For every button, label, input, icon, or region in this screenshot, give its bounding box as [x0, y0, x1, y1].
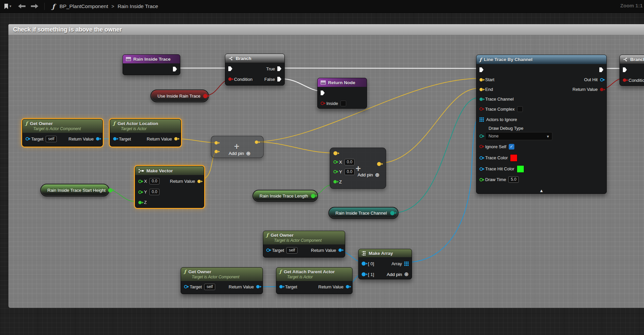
- zoom-indicator: Zoom 1:1: [620, 3, 643, 8]
- y-value-box[interactable]: 0.0: [344, 169, 355, 175]
- node-branch-main[interactable]: Branch True Condition False: [225, 54, 285, 86]
- condition-pin[interactable]: [623, 78, 626, 82]
- target-pin[interactable]: [26, 137, 29, 141]
- target-pin[interactable]: [266, 248, 270, 252]
- variable-start-height[interactable]: Rain Inside Trace Start Height: [40, 184, 109, 197]
- trace-color-pin[interactable]: [479, 156, 483, 160]
- return-value-pin[interactable]: [174, 137, 178, 141]
- add-pin-button[interactable]: Add pin ⊕: [387, 272, 409, 277]
- draw-time-pin[interactable]: [479, 178, 483, 181]
- element0-pin[interactable]: [362, 262, 366, 266]
- return-value-pin[interactable]: [600, 88, 603, 91]
- node-rain-inside-trace[interactable]: Rain Inside Trace: [123, 54, 180, 75]
- collapsed-graph-icon: [321, 80, 326, 85]
- self-value-box[interactable]: self: [46, 136, 57, 142]
- target-pin[interactable]: [184, 285, 187, 288]
- node-branch-right[interactable]: Branch Condition: [619, 55, 644, 86]
- return-value-pin[interactable]: [96, 137, 99, 141]
- draw-time-value-box[interactable]: 5.0: [508, 176, 519, 183]
- return-value-pin[interactable]: [338, 248, 342, 252]
- condition-pin[interactable]: [228, 77, 232, 81]
- output-pin[interactable]: [255, 141, 258, 144]
- back-button[interactable]: [15, 0, 28, 12]
- trace-hit-color-pin[interactable]: [479, 167, 483, 171]
- exec-in-pin[interactable]: [623, 67, 627, 72]
- ignore-self-checkbox[interactable]: ✓: [509, 144, 514, 150]
- start-pin[interactable]: [479, 78, 483, 81]
- collapse-node-button[interactable]: ▴: [540, 188, 543, 193]
- float-out-pin[interactable]: [311, 194, 315, 198]
- pin-label-ignore-self: Ignore Self: [485, 144, 506, 149]
- add-pin-button[interactable]: Add pin ⊕: [229, 151, 250, 156]
- draw-debug-type-dropdown[interactable]: None ▾: [485, 132, 552, 140]
- exec-out-pin[interactable]: [599, 67, 603, 72]
- self-value-box[interactable]: self: [204, 284, 215, 290]
- node-add-vector[interactable]: + Add pin ⊕: [211, 136, 264, 158]
- wire-exec-branch-true-to-linetrace[interactable]: [281, 68, 478, 68]
- forward-button[interactable]: [28, 0, 41, 12]
- z-pin[interactable]: [333, 180, 337, 183]
- return-value-pin[interactable]: [346, 285, 349, 288]
- return-value-pin[interactable]: [197, 180, 201, 183]
- node-make-array[interactable]: Make Array [ 0] Array [ 1] Add pin ⊕: [358, 249, 412, 279]
- pin-label-return-value: Return Value: [68, 136, 94, 142]
- x-pin[interactable]: [333, 160, 337, 164]
- self-value-box[interactable]: self: [286, 247, 297, 254]
- variable-use-inside-rain-trace[interactable]: Use Inside Rain Trace: [150, 90, 209, 102]
- node-return[interactable]: Return Node Inside: [317, 78, 367, 109]
- enum-out-pin[interactable]: [390, 211, 395, 215]
- return-value-pin[interactable]: [256, 285, 260, 288]
- node-line-trace-by-channel[interactable]: ƒ Line Trace By Channel Start Out Hit En…: [476, 55, 607, 194]
- node-add-vector2[interactable]: X 0.0 Y 0.0 Z + Add pin ⊕: [330, 148, 386, 189]
- trace-hit-color-swatch[interactable]: [517, 165, 524, 173]
- exec-false-pin[interactable]: [277, 77, 281, 81]
- element1-pin[interactable]: [362, 272, 366, 276]
- node-make-vector[interactable]: Make Vector X 0.0 Return Value Y 0.0 Z: [135, 166, 204, 208]
- exec-out-pin[interactable]: [173, 67, 177, 71]
- y-pin[interactable]: [138, 190, 142, 194]
- inside-checkbox[interactable]: [340, 101, 346, 106]
- node-get-actor-location[interactable]: ƒ Get Actor Location Target is Actor Tar…: [110, 119, 181, 147]
- node-get-attach-parent-actor[interactable]: ƒ Get Attach Parent Actor Target is Acto…: [276, 267, 353, 294]
- exec-in-pin[interactable]: [321, 91, 325, 95]
- actors-to-ignore-pin[interactable]: [479, 117, 484, 122]
- breadcrumb-root[interactable]: BP_PlantComponent: [59, 3, 108, 9]
- trace-complex-pin[interactable]: [479, 107, 483, 111]
- target-pin[interactable]: [279, 285, 283, 288]
- node-get-owner-3[interactable]: ƒ Get Owner Target is Actor Component Ta…: [181, 267, 263, 294]
- target-pin[interactable]: [113, 137, 117, 141]
- trace-channel-pin[interactable]: [479, 98, 483, 101]
- trace-color-swatch[interactable]: [510, 154, 517, 162]
- bool-out-pin[interactable]: [203, 94, 208, 98]
- array-out-pin[interactable]: [404, 262, 409, 266]
- out-hit-pin[interactable]: [600, 78, 603, 81]
- input-b-pin[interactable]: [215, 150, 218, 153]
- add-pin-button[interactable]: Add pin ⊕: [358, 172, 379, 177]
- exec-true-pin[interactable]: [277, 66, 281, 71]
- variable-trace-channel[interactable]: Rain Inside Trace Channel: [328, 207, 399, 219]
- x-value-box[interactable]: 0.0: [149, 178, 160, 184]
- x-pin[interactable]: [138, 180, 142, 183]
- node-get-owner-2[interactable]: ƒ Get Owner Target is Actor Component Ta…: [263, 231, 345, 258]
- x-value-box[interactable]: 0.0: [344, 159, 355, 165]
- bookmark-button[interactable]: ▾: [0, 0, 15, 12]
- exec-in-pin[interactable]: [479, 67, 484, 72]
- arrow-right-icon: [31, 4, 38, 9]
- input-a-pin[interactable]: [215, 141, 218, 145]
- inside-pin[interactable]: [321, 102, 324, 105]
- end-pin[interactable]: [479, 88, 483, 91]
- make-struct-icon: [138, 169, 144, 173]
- ignore-self-pin[interactable]: [479, 145, 483, 148]
- input-vector-pin[interactable]: [333, 151, 337, 155]
- y-pin[interactable]: [333, 170, 337, 173]
- y-value-box[interactable]: 0.0: [149, 189, 160, 195]
- node-get-owner-1[interactable]: ƒ Get Owner Target is Actor Component Ta…: [22, 119, 103, 147]
- float-out-pin[interactable]: [108, 188, 112, 192]
- draw-debug-type-pin[interactable]: [479, 134, 483, 138]
- trace-complex-checkbox[interactable]: [517, 106, 523, 112]
- z-pin[interactable]: [138, 201, 142, 204]
- comment-title-bar[interactable]: Check if something is above the owner: [8, 24, 644, 35]
- exec-in-pin[interactable]: [228, 66, 232, 71]
- variable-trace-length[interactable]: Rain Inside Trace Length: [252, 190, 318, 202]
- output-pin[interactable]: [377, 162, 381, 166]
